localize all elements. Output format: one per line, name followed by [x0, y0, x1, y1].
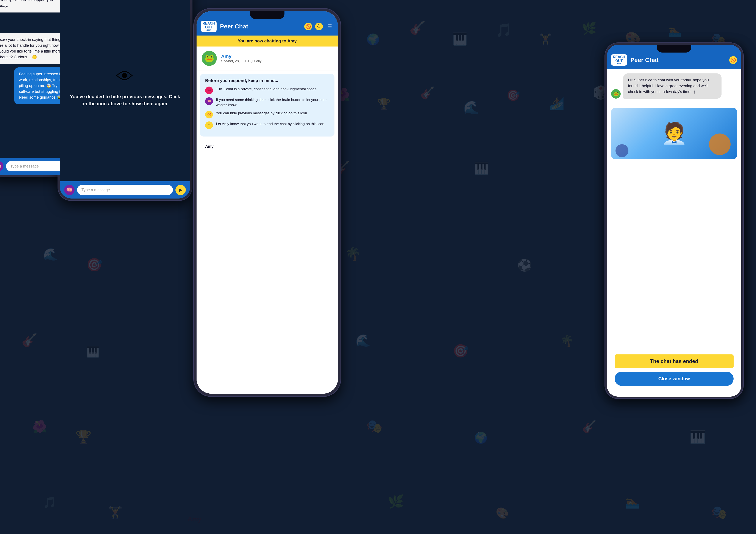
msg-received-1: I'm Amy, I'm here to support you today. — [0, 0, 68, 13]
phone-onboarding: REACH OUT .com Peer Chat 🚫 ⏱ ☰ You are n… — [194, 9, 340, 396]
svg-text:🏊: 🏊 — [625, 495, 640, 509]
svg-text:🎵: 🎵 — [43, 496, 57, 509]
logo-reach-3: REACH — [202, 21, 215, 25]
chat-title-5: Peer Chat — [630, 57, 726, 64]
amy-bottom-label: Amy — [187, 516, 202, 523]
svg-text:🏄: 🏄 — [550, 97, 564, 111]
logo-reach-5: REACH — [613, 55, 625, 59]
message-input-2[interactable]: Type a message — [77, 185, 173, 195]
svg-text:🌺: 🌺 — [32, 420, 47, 434]
scissors-icon: ✂ — [205, 87, 213, 94]
info-title: Before you respond, keep in mind... — [205, 78, 329, 83]
phone-end-chat: REACH OUT .com Peer Chat 🚫 🐸 Hi! Super n… — [605, 43, 743, 398]
svg-text:🌊: 🌊 — [463, 100, 479, 115]
hide-icon-info: 🚫 — [205, 111, 213, 118]
reachout-logo-3: REACH OUT .com — [201, 21, 217, 32]
svg-text:⚽: ⚽ — [517, 258, 532, 272]
svg-text:🌴: 🌴 — [560, 334, 574, 347]
notch-5 — [657, 45, 691, 53]
close-window-section[interactable]: Close window — [607, 370, 741, 396]
logo-com-3: .com — [206, 29, 211, 31]
svg-text:🎯: 🎯 — [86, 257, 102, 272]
info-text-3: You can hide previous messages by clicki… — [216, 111, 307, 116]
brain-button[interactable]: 🧠 — [0, 161, 3, 171]
info-item-3: 🚫 You can hide previous messages by clic… — [205, 111, 329, 118]
svg-text:🎸: 🎸 — [410, 20, 426, 36]
input-area-phone2: 🧠 Type a message ▶ — [60, 181, 190, 198]
svg-text:🎹: 🎹 — [86, 345, 100, 358]
notch-3 — [250, 11, 284, 19]
msg-wrapper-phone5: 🐸 Hi! Super nice to chat with you today,… — [611, 73, 737, 99]
timer-icon-info: ⏱ — [205, 121, 213, 129]
svg-text:🎯: 🎯 — [452, 343, 469, 359]
svg-text:🎭: 🎭 — [711, 505, 727, 520]
svg-text:🏋: 🏋 — [539, 33, 552, 46]
svg-text:🎸: 🎸 — [21, 332, 38, 348]
svg-text:🌴: 🌴 — [345, 246, 361, 262]
peer-avatar-5: 🐸 — [611, 89, 621, 99]
phone-hide-messages: REACH OUT .com Peer Chat 🚫 ⏱ ☰ 👁 You've … — [58, 0, 192, 200]
info-item-2: 🧠 If you need some thinking time, click … — [205, 97, 329, 108]
now-chatting-banner: You are now chatting to Amy — [197, 36, 338, 46]
brain-button-2[interactable]: 🧠 — [64, 185, 74, 195]
well-done-image: Well done 🧑‍💼 — [611, 108, 737, 159]
eye-icon: 👁 — [116, 67, 134, 87]
info-text-4: Let Amy know that you want to end the ch… — [216, 121, 324, 127]
chat-ended-banner: The chat has ended — [615, 354, 734, 368]
hide-messages-screen: 👁 You've decided to hide previous messag… — [60, 0, 190, 181]
svg-text:🌿: 🌿 — [582, 21, 597, 35]
svg-text:🎹: 🎹 — [474, 161, 489, 175]
hide-text: You've decided to hide previous messages… — [68, 93, 181, 107]
svg-text:🎯: 🎯 — [506, 89, 520, 102]
msg-received-phone5-1: Hi! Super nice to chat with you today, h… — [623, 73, 721, 99]
svg-text:🌿: 🌿 — [388, 494, 404, 509]
svg-text:🏆: 🏆 — [75, 429, 92, 445]
logo-out-5: OUT — [615, 59, 623, 63]
svg-text:🌊: 🌊 — [43, 247, 58, 261]
svg-text:🏋: 🏋 — [108, 506, 122, 520]
svg-text:🎹: 🎹 — [689, 429, 706, 445]
amy-label: Amy — [201, 142, 334, 149]
header-icons-3: 🚫 ⏱ ☰ — [304, 23, 334, 30]
peer-name: Amy — [221, 54, 261, 59]
svg-text:🏆: 🏆 — [377, 97, 391, 111]
timer-icon-3[interactable]: ⏱ — [315, 23, 323, 30]
chat-ended-section: The chat has ended — [607, 351, 741, 370]
close-window-button[interactable]: Close window — [615, 372, 734, 386]
well-done-card: Well done 🧑‍💼 — [611, 108, 737, 159]
info-text-1: 1 to 1 chat is a private, confidential a… — [216, 87, 316, 92]
svg-text:🌊: 🌊 — [356, 334, 370, 347]
hide-icon-5[interactable]: 🚫 — [729, 56, 737, 64]
info-item-1: ✂ 1 to 1 chat is a private, confidential… — [205, 87, 329, 94]
svg-text:🎸: 🎸 — [582, 420, 597, 434]
svg-text:🌍: 🌍 — [366, 33, 380, 46]
svg-text:🌍: 🌍 — [474, 431, 488, 444]
reachout-logo-5: REACH OUT .com — [611, 54, 627, 66]
svg-text:🎵: 🎵 — [496, 22, 512, 38]
info-text-2: If you need some thinking time, click th… — [216, 97, 329, 108]
info-box: Before you respond, keep in mind... ✂ 1 … — [200, 74, 335, 137]
logo-com-5: .com — [617, 63, 621, 65]
messages-phone5: 🐸 Hi! Super nice to chat with you today,… — [607, 69, 741, 351]
hide-icon-3[interactable]: 🚫 — [304, 23, 312, 30]
peer-details: She/her, 28, LGBTQI+ ally — [221, 59, 261, 63]
svg-text:🎸: 🎸 — [420, 86, 435, 100]
svg-text:🎹: 🎹 — [452, 32, 468, 46]
peer-avatar: 🐸 — [202, 51, 217, 66]
info-item-4: ⏱ Let Amy know that you want to end the … — [205, 121, 329, 129]
send-button-2[interactable]: ▶ — [176, 185, 186, 195]
menu-icon-3[interactable]: ☰ — [326, 23, 334, 30]
msg-received-2: I saw your check-in saying that things a… — [0, 33, 68, 64]
svg-text:🎭: 🎭 — [366, 419, 383, 434]
amy-label-section: Amy — [197, 140, 338, 149]
svg-text:🎨: 🎨 — [496, 507, 509, 520]
header-icons-5: 🚫 — [729, 56, 737, 64]
logo-out-3: OUT — [205, 25, 212, 29]
peer-info: 🐸 Amy She/her, 28, LGBTQI+ ally — [197, 46, 338, 70]
brain-icon-info: 🧠 — [205, 97, 213, 105]
chat-title-3: Peer Chat — [220, 23, 301, 30]
svg-text:🏊: 🏊 — [668, 24, 682, 37]
